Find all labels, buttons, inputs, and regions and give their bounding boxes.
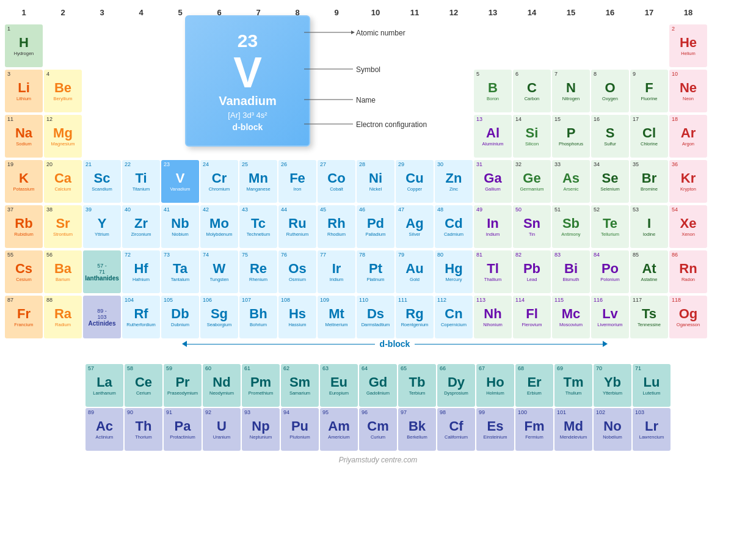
element-i[interactable]: 53IIodine — [630, 205, 668, 248]
element-ag[interactable]: 47AgSilver — [396, 205, 434, 248]
element-lv[interactable]: 116LvLivermorium — [591, 296, 629, 338]
element-cell-pm[interactable]: 61PmPromethium — [242, 364, 280, 407]
element-v[interactable]: 23VVanadium — [161, 160, 199, 203]
element-ge[interactable]: 32GeGermanium — [513, 160, 551, 203]
element-ti[interactable]: 22TiTitanium — [122, 160, 160, 203]
element-he[interactable]: 2HeHelium — [669, 24, 707, 67]
element-fl[interactable]: 114FlFlerovium — [513, 296, 551, 338]
element-cell-no[interactable]: 102NoNobelium — [594, 408, 631, 451]
element-te[interactable]: 52TeTellurium — [591, 205, 629, 248]
element-cn[interactable]: 112CnCopernicium — [435, 296, 473, 338]
element-nh[interactable]: 113NhNihonium — [474, 296, 512, 338]
element-cell-eu[interactable]: 63EuEuropium — [320, 364, 358, 407]
element-cell-th[interactable]: 90ThThorium — [125, 408, 162, 451]
element-sc[interactable]: 21ScScandium — [83, 160, 121, 203]
element-cell-ce[interactable]: 58CeCerium — [125, 364, 162, 407]
element-sn[interactable]: 50SnTin — [513, 205, 551, 248]
element-rf[interactable]: 104RfRutherfordium — [122, 296, 160, 338]
element-b[interactable]: 5BBoron — [474, 70, 512, 112]
element-hs[interactable]: 108HsHassium — [278, 296, 316, 338]
element-se[interactable]: 34SeSelenium — [591, 160, 629, 203]
element-ga[interactable]: 31GaGallium — [474, 160, 512, 203]
element-og[interactable]: 118OgOganesson — [669, 296, 707, 338]
element-bh[interactable]: 107BhBohrium — [239, 296, 277, 338]
element-tc[interactable]: 43TcTechnetium — [239, 205, 277, 248]
element-po[interactable]: 84PoPolonium — [591, 250, 629, 293]
element-h[interactable]: 1HHydrogen — [5, 24, 43, 67]
element-as[interactable]: 33AsArsenic — [552, 160, 590, 203]
element-ne[interactable]: 10NeNeon — [669, 70, 707, 112]
element-ta[interactable]: 73TaTantalum — [161, 250, 199, 293]
element-k[interactable]: 19KPotassium — [5, 160, 43, 203]
element-cell-la[interactable]: 57LaLanthanum — [85, 364, 123, 407]
element-n[interactable]: 7NNitrogen — [552, 70, 590, 112]
element-f[interactable]: 9FFluorine — [630, 70, 668, 112]
element-in[interactable]: 49InIndium — [474, 205, 512, 248]
element-re[interactable]: 75ReRhenium — [239, 250, 277, 293]
element-rb[interactable]: 37RbRubidium — [5, 205, 43, 248]
element-ru[interactable]: 44RuRuthenium — [278, 205, 316, 248]
element-cell-am[interactable]: 95AmAmericium — [320, 408, 358, 451]
element-na[interactable]: 11NaSodium — [5, 115, 43, 158]
element-db[interactable]: 105DbDubnium — [161, 296, 199, 338]
element-pd[interactable]: 46PdPalladium — [357, 205, 394, 248]
element-sr[interactable]: 38SrStrontium — [44, 205, 82, 248]
element-cd[interactable]: 48CdCadmium — [435, 205, 473, 248]
element-cell-yb[interactable]: 70YbYtterbium — [594, 364, 631, 407]
element-au[interactable]: 79AuGold — [396, 250, 434, 293]
element-zn[interactable]: 30ZnZinc — [435, 160, 473, 203]
element-pt[interactable]: 78PtPlatinum — [357, 250, 394, 293]
element-cell-lu[interactable]: 71LuLutetium — [633, 364, 671, 407]
element-co[interactable]: 27CoCobalt — [318, 160, 355, 203]
element-mc[interactable]: 115McMoscovium — [552, 296, 590, 338]
element-cell-lr[interactable]: 103LrLawrencium — [633, 408, 671, 451]
element-ds[interactable]: 110DsDarmstadtium — [357, 296, 394, 338]
element-cell-sm[interactable]: 62SmSamarium — [281, 364, 319, 407]
element-cell-pr[interactable]: 59PrPraseodymium — [164, 364, 202, 407]
element-cl[interactable]: 17ClChlorine — [630, 115, 668, 158]
element-ba[interactable]: 56BaBarium — [44, 250, 82, 293]
element-mn[interactable]: 25MnManganese — [239, 160, 277, 203]
element-tl[interactable]: 81TlThallium — [474, 250, 512, 293]
element-cell-np[interactable]: 93NpNeptunium — [242, 408, 280, 451]
element-pb[interactable]: 82PbLead — [513, 250, 551, 293]
element-cell-gd[interactable]: 64GdGadolinium — [359, 364, 397, 407]
element-mg[interactable]: 12MgMagnesium — [44, 115, 82, 158]
element-xe[interactable]: 54XeXenon — [669, 205, 707, 248]
element-nb[interactable]: 41NbNiobium — [161, 205, 199, 248]
element-mo[interactable]: 42MoMolybdenum — [200, 205, 238, 248]
element-s[interactable]: 16SSulfur — [591, 115, 629, 158]
element-cell-tm[interactable]: 69TmThulium — [554, 364, 592, 407]
element-ts[interactable]: 117TsTennessine — [630, 296, 668, 338]
element-br[interactable]: 35BrBromine — [630, 160, 668, 203]
element-ra[interactable]: 88RaRadium — [44, 296, 82, 338]
element-cell-ac[interactable]: 89AcActinium — [85, 408, 123, 451]
element-cell-ho[interactable]: 67HoHolmium — [476, 364, 514, 407]
element-cell-cm[interactable]: 96CmCurium — [359, 408, 397, 451]
element-bi[interactable]: 83BiBismuth — [552, 250, 590, 293]
element-zr[interactable]: 40ZrZirconium — [122, 205, 160, 248]
element-cell-bk[interactable]: 97BkBerkelium — [398, 408, 436, 451]
element-at[interactable]: 85AtAstatine — [630, 250, 668, 293]
element-cell-u[interactable]: 92UUranium — [203, 408, 241, 451]
element-o[interactable]: 8OOxygen — [591, 70, 629, 112]
element-al[interactable]: 13AlAluminium — [474, 115, 512, 158]
element-cell-er[interactable]: 68ErErbium — [515, 364, 553, 407]
element-cell-cf[interactable]: 98CfCalifornium — [437, 408, 475, 451]
element-p[interactable]: 15PPhosphorus — [552, 115, 590, 158]
element-cell-dy[interactable]: 66DyDysprosium — [437, 364, 475, 407]
element-cell-fm[interactable]: 100FmFermium — [515, 408, 553, 451]
element-cell-tb[interactable]: 65TbTerbium — [398, 364, 436, 407]
element-rn[interactable]: 86RnRadon — [669, 250, 707, 293]
element-c[interactable]: 6CCarbon — [513, 70, 551, 112]
element-mt[interactable]: 109MtMeitnerium — [318, 296, 355, 338]
element-fe[interactable]: 26FeIron — [278, 160, 316, 203]
element-cell-es[interactable]: 99EsEinsteinium — [476, 408, 514, 451]
element-os[interactable]: 76OsOsmium — [278, 250, 316, 293]
element-fr[interactable]: 87FrFrancium — [5, 296, 43, 338]
element-ar[interactable]: 18ArArgon — [669, 115, 707, 158]
element-cell-pa[interactable]: 91PaProtactinium — [164, 408, 202, 451]
element-hf[interactable]: 72HfHafnium — [122, 250, 160, 293]
element-hg[interactable]: 80HgMercury — [435, 250, 473, 293]
element-ni[interactable]: 28NiNickel — [357, 160, 394, 203]
